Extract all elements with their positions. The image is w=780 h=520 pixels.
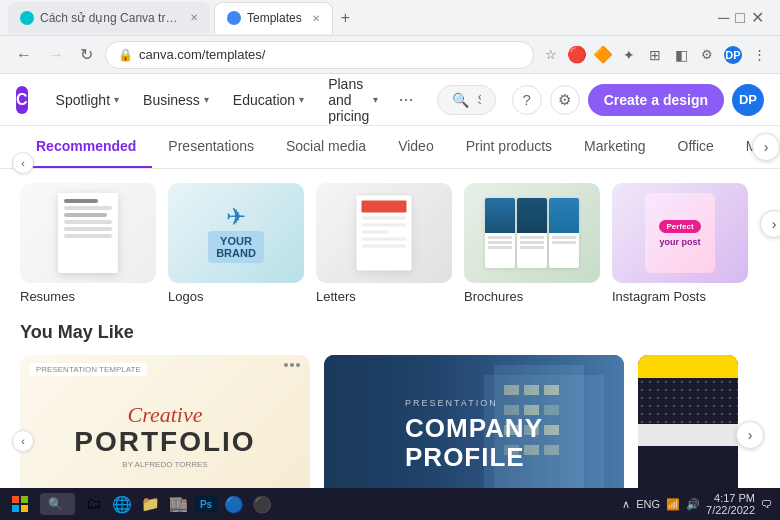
resume-line-1 — [64, 199, 98, 203]
extension-icon-1[interactable]: 🔶 — [594, 46, 612, 64]
tab-close-2[interactable]: ✕ — [312, 13, 320, 24]
tab-print-products[interactable]: Print products — [450, 126, 568, 168]
tab-video[interactable]: Video — [382, 126, 450, 168]
you-may-like-heading: You May Like — [20, 322, 760, 343]
taskbar-lang: ENG — [636, 498, 660, 510]
nav-item-education[interactable]: Education ▾ — [221, 86, 316, 114]
tab-video-label: Video — [398, 138, 434, 154]
taskbar-explorer-icon[interactable]: 🗂 — [83, 493, 105, 515]
letter-line-5 — [362, 245, 407, 248]
resume-line-6 — [64, 234, 112, 238]
address-input[interactable]: 🔒 canva.com/templates/ — [105, 41, 534, 69]
brochure-panel-3 — [549, 198, 579, 268]
taskbar-edge-icon[interactable]: 🔵 — [223, 493, 245, 515]
create-design-button[interactable]: Create a design — [588, 84, 724, 116]
svg-rect-14 — [12, 496, 19, 503]
business-chevron: ▾ — [204, 94, 209, 105]
letters-label: Letters — [316, 289, 452, 304]
forward-button[interactable]: → — [44, 44, 68, 66]
back-button[interactable]: ← — [12, 44, 36, 66]
sidebar-down-arrow[interactable]: ‹ — [12, 430, 34, 452]
preview-next-arrow[interactable]: › — [736, 421, 764, 449]
refresh-button[interactable]: ↻ — [76, 43, 97, 66]
taskbar-chrome-icon[interactable]: 🌐 — [111, 493, 133, 515]
spotlight-chevron: ▾ — [114, 94, 119, 105]
card-instagram[interactable]: Perfect your post Instagram Posts — [612, 183, 748, 304]
taskbar-notification-icon[interactable]: 🗨 — [761, 498, 772, 510]
taskbar-store-icon[interactable]: 🏬 — [167, 493, 189, 515]
tab-icon-2 — [227, 11, 241, 25]
brochure-lines-3 — [549, 233, 579, 247]
taskbar-datetime[interactable]: 4:17 PM 7/22/2022 — [706, 492, 755, 516]
tab-label-1: Cách sử dụng Canva trên điện th... — [40, 11, 180, 25]
tab-office[interactable]: Office — [662, 126, 730, 168]
taskbar-search-box[interactable]: 🔍 — [40, 493, 75, 515]
resumes-label: Resumes — [20, 289, 156, 304]
search-input[interactable] — [477, 92, 480, 107]
extension-icon-5[interactable]: ⚙ — [698, 46, 716, 64]
pricing-label: Plans and pricing — [328, 76, 369, 124]
bline-1 — [488, 236, 512, 239]
card-logos[interactable]: ✈ YOURBRAND Logos — [168, 183, 304, 304]
brochure-top-1 — [485, 198, 515, 233]
browser-chrome: Cách sử dụng Canva trên điện th... ✕ Tem… — [0, 0, 780, 36]
card-letters[interactable]: Letters — [316, 183, 452, 304]
tab-social-media[interactable]: Social media — [270, 126, 382, 168]
extension-icon-4[interactable]: ◧ — [672, 46, 690, 64]
bookmark-icon[interactable]: ☆ — [542, 46, 560, 64]
minimize-icon[interactable]: ─ — [718, 9, 729, 27]
nav-more-button[interactable]: ··· — [390, 85, 421, 114]
extension-icon-2[interactable]: ✦ — [620, 46, 638, 64]
portfolio-title-block: Creative PORTFOLIO BY ALFREDO TORRES — [74, 402, 255, 469]
spotlight-label: Spotlight — [56, 92, 110, 108]
tabs-next-arrow[interactable]: › — [752, 133, 780, 161]
windows-start-button[interactable] — [8, 492, 32, 516]
main-nav-items: Spotlight ▾ Business ▾ Education ▾ Plans… — [44, 70, 422, 130]
user-avatar-browser[interactable]: DP — [724, 46, 742, 64]
canva-logo[interactable]: C — [16, 86, 28, 114]
instagram-label: Instagram Posts — [612, 289, 748, 304]
template-search[interactable]: 🔍 — [437, 85, 495, 115]
svg-rect-16 — [12, 505, 19, 512]
extension-icon-3[interactable]: ⊞ — [646, 46, 664, 64]
dot-2 — [290, 363, 294, 367]
template-cards-next-arrow[interactable]: › — [760, 210, 780, 238]
tab-marketing[interactable]: Marketing — [568, 126, 661, 168]
bline-8 — [552, 241, 576, 244]
brochure-top-3 — [549, 198, 579, 233]
nav-item-business[interactable]: Business ▾ — [131, 86, 221, 114]
category-tabs-bar: Recommended Presentations Social media V… — [0, 126, 780, 169]
stripe-yellow — [638, 355, 738, 378]
profile-icon-addr[interactable]: 🔴 — [568, 46, 586, 64]
new-tab-button[interactable]: + — [337, 5, 354, 31]
tab-recommended[interactable]: Recommended — [20, 126, 152, 168]
instagram-mock: Perfect your post — [645, 193, 715, 273]
nav-item-spotlight[interactable]: Spotlight ▾ — [44, 86, 131, 114]
card-resumes[interactable]: Resumes — [20, 183, 156, 304]
close-icon[interactable]: ✕ — [751, 8, 764, 27]
taskbar-chrome2-icon[interactable]: ⚫ — [251, 493, 273, 515]
taskbar-ps-icon[interactable]: Ps — [195, 495, 217, 513]
tab-inactive[interactable]: Cách sử dụng Canva trên điện th... ✕ — [8, 2, 210, 34]
maximize-icon[interactable]: □ — [735, 9, 745, 27]
settings-button[interactable]: ⚙ — [550, 85, 580, 115]
taskbar-up-arrow[interactable]: ∧ — [622, 498, 630, 511]
brochure-lines-2 — [517, 233, 547, 252]
instagram-text: your post — [659, 237, 700, 247]
help-button[interactable]: ? — [512, 85, 542, 115]
company-label-text: PRESENTATION — [405, 398, 543, 408]
instagram-badge: Perfect — [659, 220, 700, 233]
svg-rect-17 — [21, 505, 28, 512]
taskbar-files-icon[interactable]: 📁 — [139, 493, 161, 515]
tab-active[interactable]: Templates ✕ — [214, 2, 333, 34]
nav-item-pricing[interactable]: Plans and pricing ▾ — [316, 70, 390, 130]
user-avatar[interactable]: DP — [732, 84, 764, 116]
sidebar-up-arrow[interactable]: ‹ — [12, 152, 34, 174]
tab-presentations[interactable]: Presentations — [152, 126, 270, 168]
browser-menu-icon[interactable]: ⋮ — [750, 46, 768, 64]
card-brochures[interactable]: Brochures — [464, 183, 600, 304]
letter-line-3 — [362, 231, 389, 234]
logo-mock: ✈ YOURBRAND — [208, 203, 264, 263]
tab-close-1[interactable]: ✕ — [190, 12, 198, 23]
portfolio-menu-dots[interactable] — [284, 363, 300, 367]
